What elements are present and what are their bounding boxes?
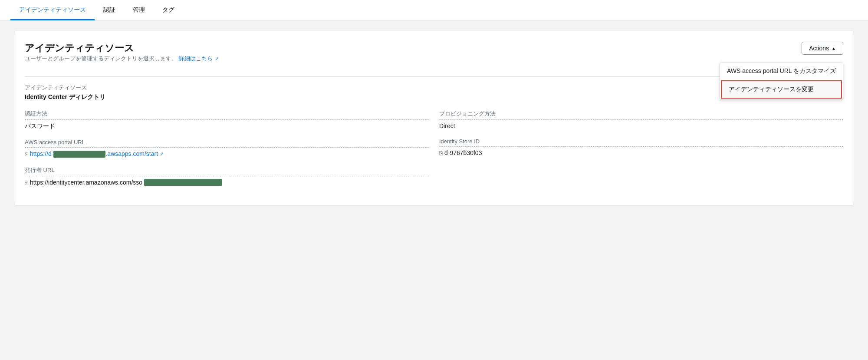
aws-portal-url-label: AWS access portal URL	[25, 139, 429, 145]
dashed-divider-store-id	[439, 146, 843, 147]
url-prefix: https://d-	[30, 150, 53, 157]
dashed-divider-url	[25, 147, 429, 148]
url-external-icon: ↗	[160, 151, 164, 157]
copy-icon-issuer[interactable]: ⎘	[25, 179, 28, 186]
external-link-icon: ↗	[215, 56, 219, 61]
url-redacted	[53, 151, 105, 158]
page-wrapper: アイデンティティソース 認証 管理 タグ アイデンティティソース ユーザーとグル…	[0, 0, 868, 360]
panel: アイデンティティソース ユーザーとグループを管理するディレクトリを選択します。 …	[14, 31, 854, 205]
aws-portal-url-section: AWS access portal URL ⎘ https://d-.awsap…	[25, 139, 429, 158]
actions-button[interactable]: Actions ▲	[802, 42, 843, 55]
aws-portal-url-link[interactable]: https://d-.awsapps.com/start	[30, 150, 158, 158]
info-grid: 認証方法 パスワード AWS access portal URL ⎘ https…	[25, 110, 843, 195]
identity-store-id-value: d-9767b30f03	[444, 149, 482, 156]
actions-dropdown-menu: AWS access portal URL をカスタマイズ アイデンティティソー…	[720, 63, 843, 100]
issuer-url-section: 発行者 URL ⎘ https://identitycenter.amazona…	[25, 166, 429, 186]
copy-icon-url[interactable]: ⎘	[25, 151, 28, 157]
dashed-divider-auth	[25, 119, 429, 120]
provisioning-method-value: Direct	[439, 122, 843, 129]
tab-auth[interactable]: 認証	[95, 0, 124, 20]
actions-label: Actions	[809, 45, 829, 52]
provisioning-method-label: プロビジョニング方法	[439, 110, 843, 118]
main-content: アイデンティティソース ユーザーとグループを管理するディレクトリを選択します。 …	[0, 20, 868, 216]
issuer-url-label: 発行者 URL	[25, 166, 429, 174]
details-link[interactable]: 詳細はこちら	[179, 55, 213, 62]
issuer-url-row: ⎘ https://identitycenter.amazonaws.com/s…	[25, 179, 429, 186]
right-column: プロビジョニング方法 Direct Identity Store ID ⎘ d-…	[439, 110, 843, 195]
url-suffix: .awsapps.com/start	[105, 150, 158, 157]
auth-method-value: パスワード	[25, 122, 429, 130]
actions-arrow-icon: ▲	[832, 46, 836, 51]
identity-store-id-row: ⎘ d-9767b30f03	[439, 149, 843, 156]
issuer-url-value: https://identitycenter.amazonaws.com/sso	[30, 179, 142, 186]
auth-method-label: 認証方法	[25, 110, 429, 118]
dashed-divider-issuer	[25, 176, 429, 176]
dropdown-item-change-identity-source[interactable]: アイデンティティソースを変更	[721, 80, 842, 99]
tab-bar: アイデンティティソース 認証 管理 タグ	[0, 0, 868, 20]
provisioning-method-section: プロビジョニング方法 Direct	[439, 110, 843, 129]
page-title: アイデンティティソース	[25, 42, 219, 55]
subtitle-text: ユーザーとグループを管理するディレクトリを選択します。	[25, 55, 177, 62]
left-column: 認証方法 パスワード AWS access portal URL ⎘ https…	[25, 110, 429, 195]
dashed-divider-prov	[439, 119, 843, 120]
aws-portal-url-row: ⎘ https://d-.awsapps.com/start ↗	[25, 150, 429, 158]
panel-title-area: アイデンティティソース ユーザーとグループを管理するディレクトリを選択します。 …	[25, 42, 219, 69]
panel-subtitle: ユーザーとグループを管理するディレクトリを選択します。 詳細はこちら ↗	[25, 55, 219, 63]
auth-method-section: 認証方法 パスワード	[25, 110, 429, 130]
identity-store-id-section: Identity Store ID ⎘ d-9767b30f03	[439, 138, 843, 156]
tab-tags[interactable]: タグ	[154, 0, 183, 20]
identity-store-id-label: Identity Store ID	[439, 138, 843, 145]
tab-identity-source[interactable]: アイデンティティソース	[10, 0, 95, 20]
dropdown-item-customize-url[interactable]: AWS access portal URL をカスタマイズ	[720, 63, 843, 79]
tab-management[interactable]: 管理	[124, 0, 154, 20]
issuer-url-redacted	[144, 179, 222, 186]
copy-icon-store-id[interactable]: ⎘	[439, 150, 443, 156]
